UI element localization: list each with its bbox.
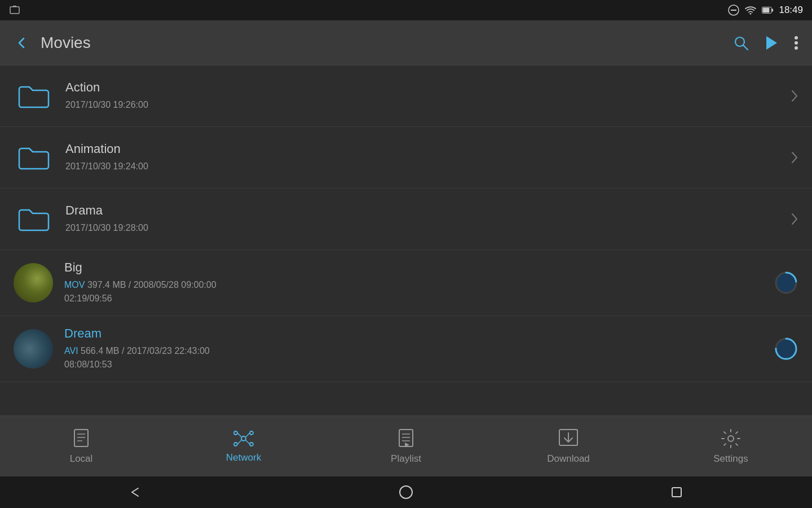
svg-line-27: [246, 433, 250, 437]
playlist-nav-label: Playlist: [391, 453, 421, 465]
local-nav-icon: [72, 428, 90, 449]
bottom-nav: Local Network Playlist Download Settings: [0, 415, 812, 476]
network-nav-icon: [233, 430, 254, 448]
home-nav-button[interactable]: [392, 478, 420, 506]
wifi-icon: [745, 5, 756, 16]
dnd-icon: [728, 5, 739, 16]
progress-circle-icon: [765, 270, 798, 295]
folder-info: Action 2017/10/30 19:26:00: [65, 80, 782, 112]
progress-circle-icon: [765, 336, 798, 361]
svg-rect-17: [74, 430, 88, 446]
folder-icon: [14, 137, 54, 178]
folder-date: 2017/10/30 19:26:00: [65, 98, 782, 112]
file-name: Dream: [64, 326, 765, 341]
folder-info: Animation 2017/10/30 19:24:00: [65, 142, 782, 173]
svg-point-25: [250, 443, 253, 446]
folder-item[interactable]: Action 2017/10/30 19:26:00: [0, 65, 812, 127]
search-button[interactable]: [733, 35, 749, 51]
svg-point-37: [728, 436, 734, 441]
svg-point-38: [400, 486, 412, 498]
settings-nav-label: Settings: [713, 453, 748, 465]
svg-rect-0: [10, 7, 19, 14]
folder-icon: [14, 199, 54, 239]
screenshot-icon: [9, 5, 20, 16]
file-time: 08:08/10:53: [64, 358, 765, 371]
svg-line-9: [744, 45, 748, 50]
svg-line-29: [246, 440, 250, 444]
nav-item-download[interactable]: Download: [487, 416, 650, 476]
settings-nav-icon: [721, 428, 741, 449]
file-info: Dream AVI 566.4 MB / 2017/03/23 22:43:00…: [64, 326, 765, 371]
back-nav-button[interactable]: [121, 478, 149, 506]
page-title: Movies: [41, 34, 722, 52]
file-meta: AVI 566.4 MB / 2017/03/23 22:43:00: [64, 344, 765, 358]
svg-point-10: [795, 36, 798, 40]
status-bar-left: [9, 5, 20, 16]
svg-point-4: [750, 13, 752, 15]
download-nav-label: Download: [547, 453, 590, 465]
status-bar-right: 18:49: [728, 5, 803, 16]
back-button[interactable]: [14, 35, 29, 51]
more-options-button[interactable]: [794, 35, 798, 51]
chevron-right-icon: [791, 151, 798, 164]
nav-item-settings[interactable]: Settings: [650, 416, 812, 476]
svg-rect-39: [672, 488, 681, 497]
svg-point-22: [234, 431, 237, 435]
nav-item-network[interactable]: Network: [162, 416, 325, 476]
status-bar: 18:49: [0, 0, 812, 20]
file-item[interactable]: Dream AVI 566.4 MB / 2017/03/23 22:43:00…: [0, 316, 812, 382]
nav-item-local[interactable]: Local: [0, 416, 162, 476]
svg-line-28: [237, 440, 241, 444]
folder-date: 2017/10/30 19:24:00: [65, 160, 782, 173]
file-time: 02:19/09:56: [64, 292, 765, 305]
folder-info: Drama 2017/10/30 19:28:00: [65, 203, 782, 235]
folder-name: Animation: [65, 142, 782, 156]
battery-icon: [762, 5, 773, 16]
folder-item[interactable]: Drama 2017/10/30 19:28:00: [0, 189, 812, 250]
folder-date: 2017/10/30 19:28:00: [65, 221, 782, 235]
folder-icon: [14, 76, 54, 116]
clock: 18:49: [779, 5, 803, 16]
file-meta: MOV 397.4 MB / 2008/05/28 09:00:00: [64, 278, 765, 292]
file-thumbnail: [14, 329, 53, 369]
chevron-right-icon: [791, 212, 798, 226]
svg-rect-6: [763, 8, 770, 12]
svg-point-24: [234, 443, 237, 446]
file-thumbnail: [14, 263, 53, 303]
recents-nav-button[interactable]: [663, 478, 691, 506]
play-button[interactable]: [765, 35, 778, 51]
file-info: Big MOV 397.4 MB / 2008/05/28 09:00:00 0…: [64, 260, 765, 305]
svg-point-12: [795, 46, 798, 50]
folder-name: Drama: [65, 203, 782, 218]
chevron-right-icon: [791, 89, 798, 103]
download-nav-icon: [558, 428, 579, 449]
svg-rect-1: [13, 6, 16, 7]
content-list: Action 2017/10/30 19:26:00 Animation 201…: [0, 65, 812, 415]
folder-item[interactable]: Animation 2017/10/30 19:24:00: [0, 127, 812, 189]
playlist-nav-icon: [397, 428, 415, 449]
network-nav-label: Network: [226, 452, 261, 463]
svg-point-21: [241, 436, 246, 441]
nav-item-playlist[interactable]: Playlist: [325, 416, 487, 476]
file-item[interactable]: Big MOV 397.4 MB / 2008/05/28 09:00:00 0…: [0, 250, 812, 316]
svg-line-26: [237, 433, 241, 437]
local-nav-label: Local: [70, 453, 93, 465]
android-nav-bar: [0, 476, 812, 508]
svg-rect-7: [772, 9, 774, 12]
header-actions: [733, 35, 798, 51]
svg-point-11: [795, 41, 798, 45]
svg-point-23: [250, 431, 253, 435]
header: Movies: [0, 20, 812, 65]
file-name: Big: [64, 260, 765, 275]
svg-point-8: [735, 37, 744, 46]
folder-name: Action: [65, 80, 782, 95]
